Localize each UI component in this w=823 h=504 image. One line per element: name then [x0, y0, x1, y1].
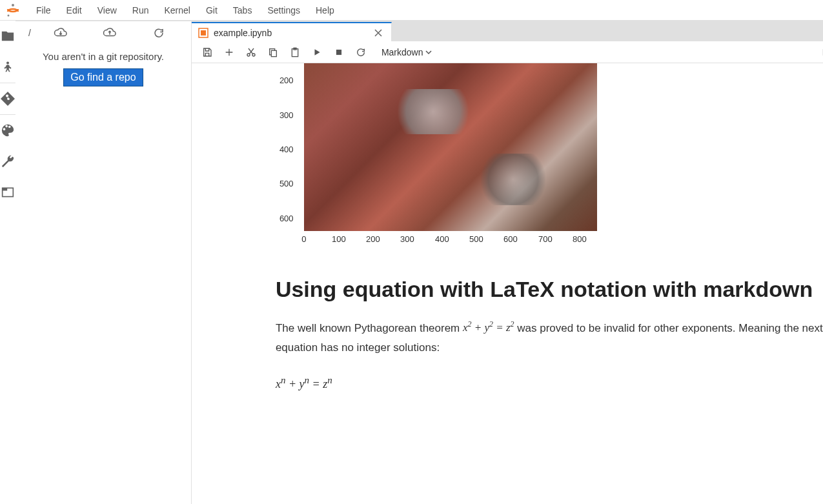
y-tick: 300: [279, 110, 294, 120]
git-not-repo-text: You aren't in a git repository.: [28, 51, 178, 62]
menu-kernel[interactable]: Kernel: [156, 1, 198, 19]
y-tick: 400: [279, 145, 294, 154]
x-tick: 800: [573, 234, 587, 244]
markdown-cell[interactable]: Using equation with LaTeX notation with …: [276, 263, 823, 391]
svg-rect-4: [3, 188, 8, 190]
svg-point-1: [8, 14, 10, 16]
git-icon[interactable]: [0, 83, 15, 114]
close-icon[interactable]: [372, 28, 385, 38]
x-tick: 200: [366, 234, 380, 244]
run-icon[interactable]: [308, 43, 326, 61]
add-icon[interactable]: [220, 43, 238, 61]
menu-view[interactable]: View: [90, 1, 125, 19]
y-tick: 600: [279, 214, 294, 223]
chevron-down-icon: [425, 49, 432, 55]
menu-run[interactable]: Run: [125, 1, 157, 19]
folder-icon[interactable]: [0, 21, 15, 52]
notebook-icon: [198, 28, 208, 38]
tab-bar: example.ipynb: [192, 21, 823, 41]
copy-icon[interactable]: [264, 43, 282, 61]
tab-label: example.ipynb: [214, 28, 272, 38]
tab-example-notebook[interactable]: example.ipynb: [192, 22, 392, 43]
x-tick: 400: [435, 234, 449, 244]
x-tick: 0: [301, 234, 306, 244]
breadcrumb-root[interactable]: /: [23, 28, 36, 38]
markdown-equation: xn + yn = zn: [276, 375, 823, 391]
cell-type-label: Markdown: [381, 47, 423, 57]
wrench-icon[interactable]: [0, 146, 15, 177]
menu-help[interactable]: Help: [308, 1, 342, 19]
tabs-icon[interactable]: [0, 177, 15, 208]
jupyter-logo: [5, 3, 21, 18]
cloud-upload-icon[interactable]: [101, 27, 119, 39]
stop-icon[interactable]: [330, 43, 348, 61]
x-tick: 700: [538, 234, 553, 244]
markdown-heading: Using equation with LaTeX notation with …: [276, 276, 823, 303]
menu-tabs[interactable]: Tabs: [225, 1, 260, 19]
notebook-body: 200 300 400 500 600 0 100 200 300 400 50…: [192, 63, 823, 504]
menu-edit[interactable]: Edit: [59, 1, 90, 19]
cut-icon[interactable]: [242, 43, 260, 61]
palette-icon[interactable]: [0, 115, 15, 146]
x-tick: 500: [469, 234, 483, 244]
paste-icon[interactable]: [286, 43, 304, 61]
main-content: example.ipynb Markdown Python 3: [192, 21, 823, 504]
menu-file[interactable]: File: [28, 1, 59, 19]
svg-point-0: [12, 4, 14, 6]
left-panel: / You aren't in a git repository. Go fin…: [15, 21, 192, 504]
plot-image: [304, 63, 597, 231]
svg-point-2: [6, 62, 9, 65]
refresh-icon[interactable]: [150, 27, 168, 39]
git-panel-message: You aren't in a git repository. Go find …: [15, 45, 191, 93]
svg-rect-6: [201, 30, 206, 35]
x-tick: 100: [332, 234, 346, 244]
y-tick: 200: [279, 76, 294, 85]
plot-output: 200 300 400 500 600 0 100 200 300 400 50…: [276, 63, 611, 263]
find-repo-button[interactable]: Go find a repo: [63, 68, 143, 86]
cell-type-dropdown[interactable]: Markdown: [379, 46, 435, 59]
menu-settings[interactable]: Settings: [259, 1, 308, 19]
cloud-download-icon[interactable]: [52, 27, 70, 39]
x-tick: 600: [503, 234, 518, 244]
save-icon[interactable]: [198, 43, 216, 61]
activity-bar: [0, 21, 15, 504]
left-panel-toolbar: /: [15, 21, 191, 45]
restart-icon[interactable]: [352, 43, 370, 61]
running-icon[interactable]: [0, 52, 15, 83]
notebook-toolbar: Markdown Python 3: [192, 41, 823, 63]
markdown-paragraph: The well known Pythagorean theorem x2 + …: [276, 318, 823, 358]
menu-git[interactable]: Git: [198, 1, 225, 19]
x-tick: 300: [400, 234, 414, 244]
y-tick: 500: [279, 179, 294, 188]
menubar: File Edit View Run Kernel Git Tabs Setti…: [0, 0, 823, 21]
svg-rect-10: [271, 50, 276, 56]
svg-rect-13: [336, 49, 341, 54]
